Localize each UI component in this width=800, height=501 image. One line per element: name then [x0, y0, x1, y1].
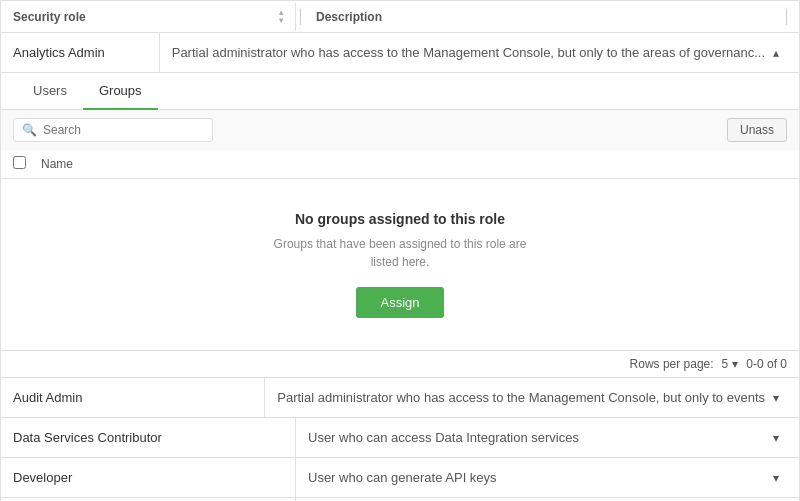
- empty-title: No groups assigned to this role: [295, 211, 505, 227]
- description-label: Description: [316, 10, 382, 24]
- audit-admin-row: Audit Admin Partial administrator who ha…: [1, 378, 799, 418]
- search-row: 🔍 Unass: [1, 110, 799, 150]
- unassign-button[interactable]: Unass: [727, 118, 787, 142]
- developer-description: User who can generate API keys: [308, 470, 765, 485]
- data-services-description: User who can access Data Integration ser…: [308, 430, 765, 445]
- audit-admin-name: Audit Admin: [1, 378, 265, 417]
- security-role-label: Security role: [13, 10, 86, 24]
- table-name-header: Name: [1, 150, 799, 179]
- rows-per-page-label: Rows per page:: [630, 357, 714, 371]
- page-info: 0-0 of 0: [746, 357, 787, 371]
- tabs-bar: Users Groups: [1, 73, 799, 110]
- main-container: Security role ▴ ▾ Description Analytics …: [0, 0, 800, 501]
- search-input[interactable]: [43, 123, 183, 137]
- select-all-checkbox-input[interactable]: [13, 156, 26, 169]
- resize-handle-1[interactable]: [296, 9, 304, 25]
- developer-expand-button[interactable]: ▾: [765, 467, 787, 489]
- search-icon: 🔍: [22, 123, 37, 137]
- data-services-desc: User who can access Data Integration ser…: [296, 418, 799, 457]
- tab-users[interactable]: Users: [17, 73, 83, 110]
- select-all-checkbox[interactable]: [13, 156, 33, 172]
- search-box: 🔍: [13, 118, 213, 142]
- assign-button[interactable]: Assign: [356, 287, 443, 318]
- analytics-admin-name: Analytics Admin: [1, 33, 160, 72]
- developer-name: Developer: [1, 458, 296, 497]
- description-header: Description: [304, 3, 799, 31]
- table-header: Security role ▴ ▾ Description: [1, 1, 799, 33]
- tab-groups[interactable]: Groups: [83, 73, 158, 110]
- analytics-admin-expand-button[interactable]: ▴: [765, 42, 787, 64]
- rows-per-page-select[interactable]: 5 ▾: [722, 357, 739, 371]
- name-column-label: Name: [41, 157, 73, 171]
- audit-admin-desc: Partial administrator who has access to …: [265, 378, 799, 417]
- expanded-panel: Users Groups 🔍 Unass Name No group: [1, 73, 799, 378]
- rows-per-page-chevron: ▾: [732, 357, 738, 371]
- data-services-name: Data Services Contributor: [1, 418, 296, 457]
- sort-icon[interactable]: ▴ ▾: [279, 9, 283, 25]
- rows-per-page-value: 5: [722, 357, 729, 371]
- analytics-admin-row: Analytics Admin Partial administrator wh…: [1, 33, 799, 73]
- audit-admin-description: Partial administrator who has access to …: [277, 390, 765, 405]
- empty-state: No groups assigned to this role Groups t…: [1, 179, 799, 350]
- panel-pagination: Rows per page: 5 ▾ 0-0 of 0: [1, 350, 799, 377]
- security-role-header: Security role ▴ ▾: [1, 3, 296, 31]
- data-services-expand-button[interactable]: ▾: [765, 427, 787, 449]
- audit-admin-expand-button[interactable]: ▾: [765, 387, 787, 409]
- analytics-admin-desc: Partial administrator who has access to …: [160, 33, 799, 72]
- empty-subtitle: Groups that have been assigned to this r…: [274, 235, 527, 271]
- developer-row: Developer User who can generate API keys…: [1, 458, 799, 498]
- developer-desc: User who can generate API keys ▾: [296, 458, 799, 497]
- analytics-admin-description: Partial administrator who has access to …: [172, 45, 765, 60]
- data-services-row: Data Services Contributor User who can a…: [1, 418, 799, 458]
